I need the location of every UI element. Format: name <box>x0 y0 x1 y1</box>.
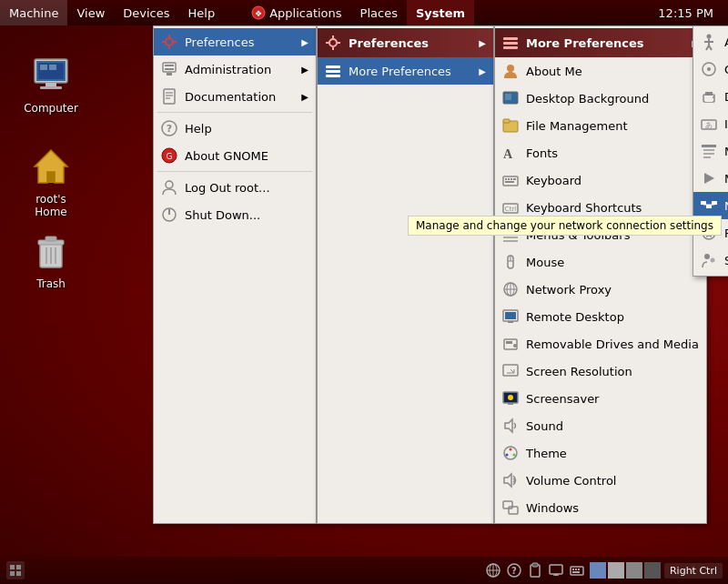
desktop-icon-home[interactable]: root's Home <box>15 141 87 223</box>
svg-rect-24 <box>165 68 174 70</box>
svg-rect-7 <box>40 65 47 70</box>
documentation-arrow: ▶ <box>301 92 308 102</box>
menu-item-sound[interactable]: Sound <box>495 412 706 439</box>
svg-point-48 <box>507 65 514 72</box>
svg-point-120 <box>711 258 715 263</box>
desktop-icon-computer[interactable]: Computer <box>15 50 87 119</box>
color-box-gray2 <box>626 562 642 579</box>
svg-rect-57 <box>511 178 512 180</box>
menu-item-keyboard[interactable]: Keyboard <box>495 166 706 194</box>
menu-item-windows[interactable]: Windows <box>495 494 706 521</box>
menu-item-screensaver[interactable]: Screensaver <box>495 385 706 412</box>
systray-keyboard[interactable] <box>568 561 586 579</box>
menu-item-remote-desktop[interactable]: Remote Desktop <box>495 303 706 330</box>
windows-label: Windows <box>526 501 699 515</box>
systray: ? <box>484 561 586 579</box>
menu-places[interactable]: Places <box>351 0 407 25</box>
svg-text:?: ? <box>511 566 517 576</box>
svg-rect-26 <box>164 89 175 104</box>
color-box-gray3 <box>644 562 661 579</box>
sessions-label: Sessions <box>724 254 728 267</box>
taskbar-left <box>0 561 31 579</box>
menu-applications[interactable]: ❖ Applications <box>242 0 350 25</box>
preferences-menu: Preferences ▶ More Preferences ▶ <box>317 25 494 524</box>
systray-clipboard[interactable] <box>526 561 544 579</box>
menu-item-desktop-bg[interactable]: Desktop Background <box>495 85 706 112</box>
svg-rect-136 <box>571 567 583 575</box>
menu-item-documentation[interactable]: Documentation ▶ <box>154 83 316 110</box>
menu-help[interactable]: Help <box>179 0 225 25</box>
systray-network[interactable] <box>484 561 502 579</box>
preferences-label: Preferences <box>185 35 294 49</box>
taskbar-right: ? <box>484 561 728 579</box>
svg-rect-58 <box>513 178 516 180</box>
default-printer-icon <box>699 86 719 106</box>
menu-item-theme[interactable]: Theme <box>495 439 706 467</box>
svg-rect-74 <box>505 312 516 319</box>
svg-rect-110 <box>703 156 711 158</box>
menu-item-volume-control[interactable]: Volume Control <box>495 467 706 494</box>
svg-marker-111 <box>704 173 714 184</box>
menu-item-shutdown[interactable]: Shut Down... <box>154 201 316 228</box>
menu-item-help[interactable]: ? Help <box>154 115 316 142</box>
menu-item-default-printer[interactable]: Default Printer <box>693 83 728 110</box>
svg-point-104 <box>713 96 714 98</box>
menu-item-network-proxy[interactable]: Network Proxy <box>495 276 706 303</box>
menu-devices[interactable]: Devices <box>114 0 178 25</box>
color-boxes <box>590 562 661 579</box>
menu-item-mouse[interactable]: Mouse <box>495 248 706 276</box>
systray-screen[interactable] <box>547 561 565 579</box>
network-connections-label: Network Connections <box>724 199 728 213</box>
menu-item-screen-resolution[interactable]: Screen Resolution <box>495 357 706 385</box>
svg-rect-25 <box>167 73 172 76</box>
shutdown-label: Shut Down... <box>185 208 308 222</box>
sessions-icon <box>699 250 719 270</box>
network-connections-icon <box>699 196 719 216</box>
sep1 <box>157 112 312 113</box>
menu-layout-icon <box>699 141 719 161</box>
menu-item-menu-layout[interactable]: Menu Layout <box>693 137 728 165</box>
menu-item-sessions[interactable]: Sessions <box>693 247 728 274</box>
menu-view[interactable]: View <box>67 0 114 25</box>
menu-item-cd-database[interactable]: CD Database Server <box>693 55 728 83</box>
menu-item-more-preferences[interactable]: More Preferences ▶ <box>318 57 493 85</box>
svg-rect-132 <box>532 563 538 567</box>
administration-icon <box>159 59 179 79</box>
menu-item-logout[interactable]: Log Out root... <box>154 174 316 201</box>
svg-rect-10 <box>47 172 55 183</box>
menu-machine[interactable]: Machine <box>0 0 67 25</box>
keyboard-icon <box>500 170 521 190</box>
svg-rect-79 <box>503 365 518 376</box>
menu-item-fonts[interactable]: A Fonts <box>495 139 706 166</box>
systray-help[interactable]: ? <box>505 561 523 579</box>
svg-rect-113 <box>706 205 712 208</box>
network-proxy-label: Network Proxy <box>526 283 699 297</box>
svg-rect-112 <box>701 201 706 205</box>
administration-arrow: ▶ <box>301 65 308 75</box>
menu-item-about-me[interactable]: About Me <box>495 57 706 85</box>
home-icon <box>29 145 73 188</box>
svg-point-94 <box>707 35 712 39</box>
menu-item-accessibility[interactable]: Accessibility ▶ <box>693 28 728 55</box>
prefs-header-arrow: ▶ <box>479 38 486 48</box>
svg-rect-64 <box>503 237 518 238</box>
svg-rect-140 <box>572 571 580 573</box>
shutdown-icon <box>159 205 179 225</box>
more-prefs-arrow: ▶ <box>479 66 486 76</box>
menu-item-multimedia-selector[interactable]: Multimedia Systems Selector <box>693 165 728 192</box>
taskbar-app-button[interactable] <box>6 561 25 579</box>
menu-item-administration[interactable]: Administration ▶ <box>154 55 316 83</box>
menu-item-file-management[interactable]: File Management <box>495 112 706 139</box>
desktop-icon-trash[interactable]: Trash <box>15 226 87 295</box>
menu-item-removable-drives[interactable]: Removable Drives and Media <box>495 330 706 357</box>
theme-label: Theme <box>526 447 699 460</box>
menu-item-input-method[interactable]: あ Input Method <box>693 110 728 137</box>
menu-item-preferences[interactable]: Preferences ▶ <box>154 28 316 55</box>
about-gnome-label: About GNOME <box>185 149 308 163</box>
menu-system[interactable]: System <box>407 0 474 25</box>
svg-rect-78 <box>506 341 512 344</box>
svg-point-90 <box>506 454 509 457</box>
svg-line-98 <box>709 45 712 50</box>
mouse-icon <box>500 252 521 272</box>
menu-item-about-gnome[interactable]: G About GNOME <box>154 142 316 169</box>
